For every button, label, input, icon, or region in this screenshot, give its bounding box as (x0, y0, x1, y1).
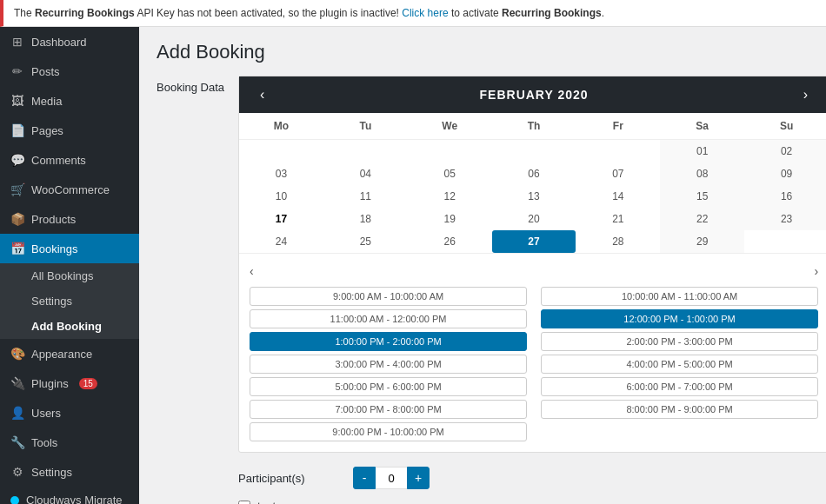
calendar-day[interactable]: 28 (576, 230, 660, 253)
sidebar-item-tools[interactable]: 🔧 Tools (0, 428, 139, 457)
calendar-day[interactable]: 27 (492, 230, 576, 253)
sidebar-item-products[interactable]: 📦 Products (0, 204, 139, 234)
calendar-day[interactable]: 16 (744, 185, 826, 208)
calendar-day[interactable]: 14 (576, 185, 660, 208)
day-header-fr: Fr (576, 113, 660, 140)
calendar-day (323, 140, 408, 163)
calendar-grid: Mo Tu We Th Fr Sa Su 0102030405060708091… (239, 113, 826, 253)
sidebar-item-dashboard[interactable]: ⊞ Dashboard (0, 27, 139, 56)
sidebar-item-media[interactable]: 🖼 Media (0, 86, 139, 116)
day-header-su: Su (744, 113, 826, 140)
plugin-name-2: Recurring Bookings (502, 7, 602, 19)
calendar-day[interactable]: 15 (660, 185, 744, 208)
time-slot[interactable]: 9:00:00 PM - 10:00:00 PM (250, 422, 527, 441)
calendar-day[interactable]: 25 (323, 230, 408, 253)
dashboard-icon: ⊞ (10, 35, 24, 49)
test-checkbox[interactable] (238, 501, 250, 505)
sidebar-label-products: Products (31, 213, 76, 226)
sidebar-item-posts[interactable]: ✏ Posts (0, 56, 139, 86)
time-slot[interactable]: 8:00:00 PM - 9:00:00 PM (541, 400, 818, 419)
time-column-1: 9:00:00 AM - 10:00:00 AM11:00:00 AM - 12… (250, 287, 527, 441)
calendar-day[interactable]: 10 (239, 185, 323, 208)
calendar-day[interactable]: 19 (408, 208, 492, 230)
calendar-day[interactable]: 09 (744, 162, 826, 185)
sidebar-item-plugins[interactable]: 🔌 Plugins 15 (0, 368, 139, 398)
day-header-we: We (408, 113, 492, 140)
calendar-day[interactable]: 04 (323, 162, 408, 185)
time-slot[interactable]: 10:00:00 AM - 11:00:00 AM (541, 287, 818, 306)
sidebar-label-bookings: Bookings (31, 242, 77, 255)
calendar-day[interactable]: 21 (576, 208, 660, 230)
settings-icon: ⚙ (10, 465, 24, 479)
cloudways-label: Cloudways Migrate (26, 494, 123, 504)
day-header-th: Th (492, 113, 576, 140)
sidebar-label-plugins: Plugins (31, 377, 69, 390)
sidebar-label-tools: Tools (31, 436, 57, 449)
sidebar-item-pages[interactable]: 📄 Pages (0, 116, 139, 145)
calendar-day[interactable]: 06 (492, 162, 576, 185)
calendar-day[interactable]: 03 (239, 162, 323, 185)
test-checkbox-label: test (257, 500, 276, 504)
time-nav: ‹ › (250, 264, 818, 278)
time-next-button[interactable]: › (814, 264, 818, 278)
sidebar-item-cloudways[interactable]: Cloudways Migrate (0, 487, 139, 504)
time-slot[interactable]: 6:00:00 PM - 7:00:00 PM (541, 377, 818, 396)
calendar-day[interactable]: 05 (408, 162, 492, 185)
time-slot[interactable]: 4:00:00 PM - 5:00:00 PM (541, 355, 818, 374)
calendar-day[interactable]: 13 (492, 185, 576, 208)
calendar-day (576, 140, 660, 163)
main-content: Add Booking Booking Data ‹ FEBRUARY 2020… (139, 27, 826, 504)
sidebar-item-appearance[interactable]: 🎨 Appearance (0, 339, 139, 368)
time-slot[interactable]: 11:00:00 AM - 12:00:00 PM (250, 309, 527, 328)
time-prev-button[interactable]: ‹ (250, 264, 254, 278)
calendar-day[interactable]: 01 (660, 140, 744, 163)
calendar-day[interactable]: 08 (660, 162, 744, 185)
calendar-days-row: Mo Tu We Th Fr Sa Su (239, 113, 826, 140)
sidebar-label-dashboard: Dashboard (31, 36, 87, 49)
sidebar-item-comments[interactable]: 💬 Comments (0, 145, 139, 175)
calendar-day (239, 140, 323, 163)
sidebar-item-settings[interactable]: ⚙ Settings (0, 457, 139, 487)
submenu-settings[interactable]: Settings (0, 288, 139, 314)
calendar-prev-button[interactable]: ‹ (253, 85, 271, 104)
sidebar-item-woocommerce[interactable]: 🛒 WooCommerce (0, 175, 139, 204)
submenu-all-bookings[interactable]: All Bookings (0, 263, 139, 288)
participants-plus-button[interactable]: + (407, 467, 430, 489)
sidebar-item-bookings[interactable]: 📅 Bookings (0, 234, 139, 263)
notice-bar: The Recurring Bookings API Key has not b… (0, 0, 826, 27)
sidebar-label-appearance: Appearance (31, 348, 92, 361)
day-header-sa: Sa (660, 113, 744, 140)
day-header-mo: Mo (239, 113, 323, 140)
calendar-day[interactable]: 22 (660, 208, 744, 230)
calendar-day[interactable]: 07 (576, 162, 660, 185)
comments-icon: 💬 (10, 153, 24, 167)
calendar-day[interactable]: 11 (323, 185, 408, 208)
participants-minus-button[interactable]: - (353, 467, 376, 489)
calendar-day[interactable]: 12 (408, 185, 492, 208)
time-slot[interactable]: 12:00:00 PM - 1:00:00 PM (541, 309, 818, 328)
calendar-day[interactable]: 17 (239, 208, 323, 230)
calendar-container: ‹ FEBRUARY 2020 › Mo Tu We Th Fr (238, 76, 826, 453)
calendar-day[interactable]: 29 (660, 230, 744, 253)
calendar-day[interactable]: 24 (239, 230, 323, 253)
bookings-submenu: All Bookings Settings Add Booking (0, 263, 139, 339)
submenu-add-booking[interactable]: Add Booking (0, 314, 139, 339)
calendar-day (492, 140, 576, 163)
sidebar-item-users[interactable]: 👤 Users (0, 398, 139, 428)
calendar-day[interactable]: 20 (492, 208, 576, 230)
time-slot[interactable]: 7:00:00 PM - 8:00:00 PM (250, 400, 527, 419)
time-slot[interactable]: 3:00:00 PM - 4:00:00 PM (250, 355, 527, 374)
calendar-next-button[interactable]: › (796, 85, 815, 104)
sidebar-label-woocommerce: WooCommerce (31, 183, 110, 196)
bookings-icon: 📅 (10, 242, 24, 255)
time-slot[interactable]: 9:00:00 AM - 10:00:00 AM (250, 287, 527, 306)
time-slot[interactable]: 5:00:00 PM - 6:00:00 PM (250, 377, 527, 396)
time-slot[interactable]: 1:00:00 PM - 2:00:00 PM (250, 332, 527, 351)
click-here-link[interactable]: Click here (402, 7, 448, 19)
calendar-day[interactable]: 02 (744, 140, 826, 163)
calendar-day[interactable]: 23 (744, 208, 826, 230)
time-section: ‹ › 9:00:00 AM - 10:00:00 AM11:00:00 AM … (239, 253, 826, 452)
calendar-day[interactable]: 26 (408, 230, 492, 253)
calendar-day[interactable]: 18 (323, 208, 408, 230)
time-slot[interactable]: 2:00:00 PM - 3:00:00 PM (541, 332, 818, 351)
